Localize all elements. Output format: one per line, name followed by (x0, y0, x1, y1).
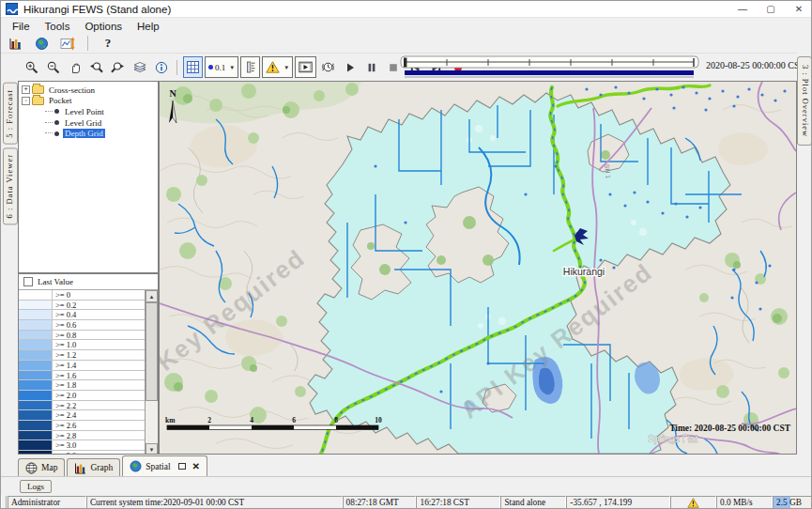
zoom-in-icon[interactable] (22, 56, 41, 79)
legend-color-swatch (19, 380, 53, 390)
bottom-tab-bar: Map Graph Spatial ✕ (1, 455, 812, 477)
scrollbar-thumb[interactable] (146, 302, 158, 401)
zoom-out-icon[interactable] (43, 56, 63, 79)
restore-panel-icon[interactable] (178, 463, 186, 470)
legend-class-label: >= 1.0 (53, 340, 145, 349)
legend-class-label: >= 2.6 (53, 421, 145, 430)
legend-scrollbar[interactable]: ▲ ▼ (145, 290, 158, 455)
legend-class-label: >= 0.4 (53, 310, 145, 319)
map-canvas[interactable]: API Key Required API Key Required Hikura… (159, 81, 797, 455)
timeseries-dialog-icon[interactable] (57, 35, 78, 52)
close-button[interactable]: ✕ (785, 1, 812, 18)
minimize-button[interactable]: — (728, 1, 757, 18)
side-tab[interactable]: 6 : Data Viewer (3, 147, 18, 224)
status-mode: Stand alone (500, 496, 566, 509)
app-window: Hikurangi FEWS (Stand alone) — ▢ ✕ FileT… (0, 0, 812, 509)
pan-hand-icon[interactable] (65, 56, 84, 79)
tree-row[interactable]: Level Grid (20, 117, 157, 129)
zoom-next-icon[interactable] (108, 56, 128, 79)
close-panel-icon[interactable]: ✕ (192, 461, 200, 471)
warning-threshold-dropdown[interactable]: ▼ (262, 56, 293, 78)
legend-row: >= 0.8 (19, 331, 145, 341)
scroll-up-icon[interactable]: ▲ (146, 290, 158, 302)
menu-item[interactable]: Tools (38, 21, 78, 32)
tree-item-label[interactable]: Cross-section (47, 85, 97, 95)
contour-threshold-dropdown[interactable]: 0.1 ▼ (205, 56, 238, 78)
time-slider[interactable] (400, 55, 700, 80)
layers-icon[interactable] (130, 56, 149, 79)
legend-header: Last Value (19, 274, 158, 290)
legend-color-swatch (19, 361, 53, 370)
svg-text:km: km (165, 416, 176, 424)
legend-color-swatch (19, 371, 53, 380)
tree-item-label[interactable]: Pocket (47, 96, 74, 105)
legend-row: >= 1.6 (19, 371, 145, 381)
legend-class-label: >= 0.6 (53, 320, 145, 330)
tree-item-label[interactable]: Level Grid (63, 118, 103, 128)
time-slider-handle (404, 58, 406, 68)
last-value-checkbox[interactable] (23, 277, 33, 286)
tree-row[interactable]: Depth Grid (20, 128, 157, 139)
legend-color-swatch (19, 310, 53, 319)
legend-color-swatch (19, 320, 53, 330)
logs-row: Logs (1, 477, 812, 496)
menu-item[interactable]: File (5, 21, 38, 32)
play-button[interactable] (340, 56, 360, 79)
app-logo-icon (6, 3, 18, 15)
legend-color-swatch (19, 401, 53, 410)
status-warning-icon[interactable] (670, 496, 716, 509)
animation-settings-icon[interactable] (318, 56, 338, 79)
menu-item[interactable]: Help (130, 21, 167, 32)
tree-row[interactable]: + Cross-section (20, 85, 157, 96)
status-memory: 2.5 GB (773, 496, 812, 509)
pause-button[interactable] (361, 56, 381, 79)
menu-bar: FileToolsOptionsHelp (1, 18, 812, 34)
tree-row[interactable]: - Pocket (20, 96, 157, 107)
legend-row: >= 1.0 (19, 340, 145, 350)
svg-text:6: 6 (292, 416, 296, 424)
animation-play-window-button[interactable] (295, 56, 316, 78)
leaf-bullet-icon (54, 131, 59, 136)
tree-row[interactable]: Level Point (20, 106, 157, 117)
legend-class-label: >= 3.0 (53, 440, 145, 450)
globe-icon (130, 460, 142, 472)
current-map-datetime: 2020-08-25 00:00:00 CST (706, 60, 805, 70)
legend-class-label: >= 0.2 (53, 301, 145, 310)
tree-toggle-icon[interactable]: + (22, 85, 30, 94)
map-time-label: Time: 2020-08-25 00:00:00 CST (669, 424, 791, 433)
wire-globe-icon (25, 462, 38, 474)
toolbar-separator (87, 36, 88, 51)
tab-spatial[interactable]: Spatial ✕ (122, 455, 207, 476)
leaf-bullet-icon (54, 120, 59, 125)
scroll-down-icon[interactable]: ▼ (146, 443, 158, 455)
tree-item-label[interactable]: Depth Grid (63, 129, 105, 138)
tree-toggle-icon[interactable]: - (22, 97, 30, 105)
tab-graph[interactable]: Graph (67, 458, 120, 476)
maximize-button[interactable]: ▢ (757, 1, 785, 18)
logs-button[interactable]: Logs (20, 480, 52, 493)
side-tab[interactable]: 5 : Forecast (3, 83, 18, 145)
chevron-down-icon: ▼ (227, 65, 235, 70)
legend-class-label: >= 1.8 (53, 380, 145, 390)
reports-icon[interactable] (5, 35, 25, 52)
side-tab[interactable]: 3 : Plot Overview (797, 56, 812, 146)
globe-explorer-icon[interactable] (31, 35, 52, 52)
tab-map-label: Map (41, 463, 57, 472)
legend-row: >= 2.2 (19, 401, 145, 411)
svg-text:4: 4 (250, 416, 253, 424)
help-button[interactable]: ? (98, 35, 118, 52)
legend-row: >= 0.2 (19, 301, 145, 311)
legend-color-swatch (19, 290, 53, 300)
status-system-time: Current system time:2020-09-01 00:00 CST (86, 496, 343, 509)
tree-item-label[interactable]: Level Point (63, 107, 106, 116)
menu-item[interactable]: Options (77, 21, 130, 32)
zoom-previous-icon[interactable] (86, 56, 106, 79)
legend-row: >= 3.0 (19, 440, 145, 451)
tab-map[interactable]: Map (18, 458, 65, 476)
threshold-value: 0.1 (215, 63, 225, 72)
info-icon[interactable] (151, 56, 171, 79)
statusbar-grip (1, 496, 7, 509)
grid-display-button[interactable] (183, 56, 203, 78)
tab-graph-label: Graph (90, 463, 113, 472)
profile-tool-button[interactable] (240, 56, 260, 78)
